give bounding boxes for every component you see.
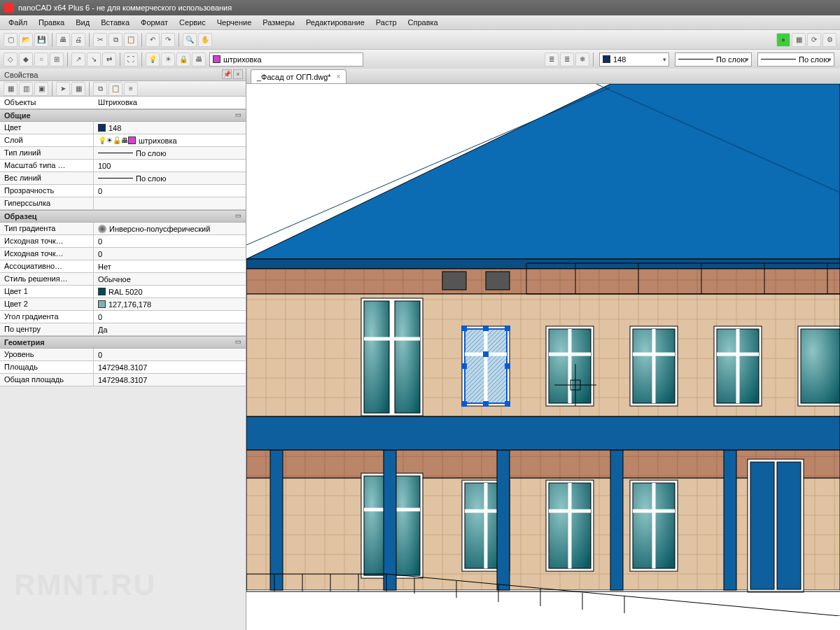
menu-draw[interactable]: Черчение <box>211 17 258 28</box>
redo-icon[interactable]: ↷ <box>161 33 175 47</box>
prop-totalarea[interactable]: Общая площадь1472948.3107 <box>0 374 246 386</box>
color-swatch <box>603 55 610 63</box>
svg-marker-3 <box>246 84 840 259</box>
svg-rect-75 <box>497 450 510 590</box>
section-geometry[interactable]: Геометрия <box>0 336 246 349</box>
prop-angle[interactable]: Угол градиента0 <box>0 311 246 323</box>
tool-icon[interactable]: ⊞ <box>50 52 64 66</box>
open-icon[interactable]: 📂 <box>19 33 33 47</box>
prop-assoc[interactable]: Ассоциативно…Нет <box>0 260 246 273</box>
select-icon[interactable]: ➤ <box>56 82 70 96</box>
tool-icon[interactable]: ◇ <box>4 52 18 66</box>
menu-modify[interactable]: Редактирование <box>300 17 370 28</box>
prop-transparency[interactable]: Прозрачность0 <box>0 185 246 197</box>
linetype-combo[interactable]: По слою <box>675 52 752 66</box>
prop-gradtype[interactable]: Тип градиентаИнверсно-полусферический <box>0 223 246 235</box>
svg-rect-39 <box>483 351 489 357</box>
prop-lineweight[interactable]: Вес линийПо слою <box>0 172 246 185</box>
prop-color[interactable]: Цвет148 <box>0 122 246 134</box>
status-green-icon[interactable]: ● <box>776 33 790 47</box>
layer-name: штриховка <box>223 55 262 64</box>
lineweight-combo[interactable]: По слою <box>757 52 834 66</box>
plot-icon[interactable]: 🖨 <box>71 33 85 47</box>
prop-area[interactable]: Площадь1472948.3107 <box>0 361 246 374</box>
menu-format[interactable]: Формат <box>135 17 174 28</box>
tool-icon[interactable]: ↘ <box>87 52 101 66</box>
svg-rect-76 <box>610 450 623 590</box>
printer-icon[interactable]: 🖶 <box>192 52 206 66</box>
new-icon[interactable]: ▢ <box>4 33 18 47</box>
print-icon[interactable]: 🖶 <box>56 33 70 47</box>
layeriso-icon[interactable]: ≣ <box>545 52 559 66</box>
layer-color-swatch <box>213 55 220 63</box>
svg-rect-25 <box>395 301 420 413</box>
prop-linetype[interactable]: Тип линийПо слою <box>0 147 246 160</box>
menu-file[interactable]: Файл <box>3 17 33 28</box>
menu-tools[interactable]: Сервис <box>174 17 211 28</box>
refresh-icon[interactable]: ⟳ <box>807 33 821 47</box>
settings-icon[interactable]: ⚙ <box>822 33 836 47</box>
close-icon[interactable]: × <box>337 73 341 80</box>
layout-icon[interactable]: ▦ <box>792 33 806 47</box>
prop-color1[interactable]: Цвет 1RAL 5020 <box>0 286 246 298</box>
menu-view[interactable]: Вид <box>70 17 95 28</box>
svg-rect-73 <box>270 450 283 590</box>
tool-icon[interactable]: ○ <box>34 52 48 66</box>
pin-icon[interactable]: 📌 <box>222 69 232 79</box>
quickselect-icon[interactable]: ▦ <box>71 82 85 96</box>
copy-props-icon[interactable]: ⧉ <box>93 82 107 96</box>
tool-icon[interactable]: ↗ <box>71 52 85 66</box>
paste-icon[interactable]: 📋 <box>124 33 138 47</box>
zoom-extents-icon[interactable]: ⛶ <box>124 52 138 66</box>
undo-icon[interactable]: ↶ <box>146 33 160 47</box>
lock-icon[interactable]: 🔒 <box>176 52 190 66</box>
close-icon[interactable]: × <box>233 69 243 79</box>
drawing-canvas[interactable] <box>246 84 840 630</box>
document-tab[interactable]: _Фасад от ОГП.dwg* × <box>251 69 346 83</box>
prop-center[interactable]: По центруДа <box>0 323 246 336</box>
tool-icon[interactable]: ⇄ <box>102 52 116 66</box>
document-tab-bar: _Фасад от ОГП.dwg* × <box>246 69 840 84</box>
menu-dimensions[interactable]: Размеры <box>257 17 300 28</box>
copy-icon[interactable]: ⧉ <box>108 33 122 47</box>
properties-header[interactable]: Свойства 📌 × <box>0 69 246 81</box>
svg-rect-7 <box>246 269 840 294</box>
list-icon[interactable]: ≡ <box>124 82 138 96</box>
pick-icon[interactable]: ▣ <box>34 82 48 96</box>
menu-help[interactable]: Справка <box>402 17 444 28</box>
layeroff-icon[interactable]: ≣ <box>560 52 574 66</box>
paste-props-icon[interactable]: 📋 <box>108 82 122 96</box>
prop-origin2[interactable]: Исходная точк…0 <box>0 248 246 260</box>
pick-icon[interactable]: ▥ <box>19 82 33 96</box>
pan-icon[interactable]: ✋ <box>198 33 212 47</box>
lineweight-label: По слою <box>799 55 830 64</box>
prop-layer[interactable]: Слой💡☀🔓🖶 штриховка <box>0 134 246 147</box>
cut-icon[interactable]: ✂ <box>93 33 107 47</box>
section-general[interactable]: Общие <box>0 109 246 122</box>
menu-edit[interactable]: Правка <box>33 17 70 28</box>
prop-color2[interactable]: Цвет 2127,176,178 <box>0 298 246 311</box>
prop-hyperlink[interactable]: Гиперссылка <box>0 197 246 210</box>
layerfreeze-icon[interactable]: ❄ <box>575 52 589 66</box>
svg-rect-13 <box>442 272 466 290</box>
object-selector[interactable]: Объекты Штриховка <box>0 97 246 109</box>
menu-insert[interactable]: Вставка <box>95 17 135 28</box>
prop-origin1[interactable]: Исходная точк…0 <box>0 235 246 248</box>
color-combo[interactable]: 148 <box>599 52 669 66</box>
menu-raster[interactable]: Растр <box>370 17 402 28</box>
prop-elevation[interactable]: Уровень0 <box>0 349 246 361</box>
prop-ltscale[interactable]: Масштаб типа …100 <box>0 160 246 172</box>
pick-icon[interactable]: ▦ <box>4 82 18 96</box>
tool-icon[interactable]: ◆ <box>19 52 33 66</box>
layer-combo[interactable]: штриховка <box>209 52 363 66</box>
save-icon[interactable]: 💾 <box>34 33 48 47</box>
panel-title: Свойства <box>4 71 38 79</box>
swatch-icon <box>98 300 106 308</box>
sun-icon[interactable]: ☀ <box>161 52 175 66</box>
bulb-icon[interactable]: 💡 <box>146 52 160 66</box>
zoom-icon[interactable]: 🔍 <box>183 33 197 47</box>
section-pattern[interactable]: Образец <box>0 210 246 223</box>
prop-style[interactable]: Стиль решения…Обычное <box>0 273 246 286</box>
menu-bar[interactable]: Файл Правка Вид Вставка Формат Сервис Че… <box>0 15 840 29</box>
svg-rect-72 <box>777 462 801 589</box>
